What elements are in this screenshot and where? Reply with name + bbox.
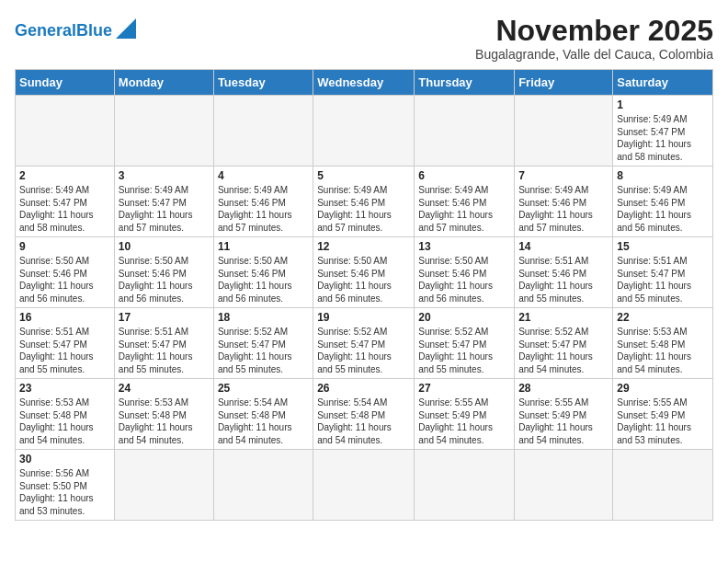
day-number: 22 bbox=[617, 311, 709, 324]
calendar-cell: 3Sunrise: 5:49 AM Sunset: 5:47 PM Daylig… bbox=[114, 167, 213, 237]
calendar-cell: 25Sunrise: 5:54 AM Sunset: 5:48 PM Dayli… bbox=[213, 379, 313, 450]
day-info: Sunrise: 5:49 AM Sunset: 5:46 PM Dayligh… bbox=[617, 184, 709, 234]
day-info: Sunrise: 5:53 AM Sunset: 5:48 PM Dayligh… bbox=[617, 326, 709, 375]
calendar-cell: 1Sunrise: 5:49 AM Sunset: 5:47 PM Daylig… bbox=[613, 96, 713, 167]
calendar-cell bbox=[114, 96, 213, 167]
day-number: 13 bbox=[418, 240, 510, 253]
calendar-cell: 4Sunrise: 5:49 AM Sunset: 5:46 PM Daylig… bbox=[213, 167, 313, 237]
calendar-cell bbox=[515, 96, 613, 167]
day-number: 12 bbox=[317, 240, 410, 253]
day-info: Sunrise: 5:52 AM Sunset: 5:47 PM Dayligh… bbox=[317, 326, 410, 375]
calendar-cell: 5Sunrise: 5:49 AM Sunset: 5:46 PM Daylig… bbox=[313, 167, 415, 237]
day-info: Sunrise: 5:49 AM Sunset: 5:46 PM Dayligh… bbox=[218, 184, 309, 234]
day-number: 23 bbox=[19, 382, 110, 395]
calendar-cell: 14Sunrise: 5:51 AM Sunset: 5:46 PM Dayli… bbox=[515, 237, 613, 308]
calendar-cell bbox=[114, 450, 213, 521]
day-info: Sunrise: 5:49 AM Sunset: 5:47 PM Dayligh… bbox=[19, 184, 110, 234]
calendar-cell bbox=[613, 450, 713, 521]
day-info: Sunrise: 5:50 AM Sunset: 5:46 PM Dayligh… bbox=[418, 255, 510, 304]
day-number: 14 bbox=[518, 240, 609, 253]
calendar-week-row: 23Sunrise: 5:53 AM Sunset: 5:48 PM Dayli… bbox=[16, 379, 713, 450]
weekday-header-friday: Friday bbox=[515, 70, 613, 96]
day-info: Sunrise: 5:54 AM Sunset: 5:48 PM Dayligh… bbox=[317, 396, 410, 446]
calendar-week-row: 9Sunrise: 5:50 AM Sunset: 5:46 PM Daylig… bbox=[16, 237, 713, 308]
calendar-cell: 9Sunrise: 5:50 AM Sunset: 5:46 PM Daylig… bbox=[16, 237, 115, 308]
calendar-table: SundayMondayTuesdayWednesdayThursdayFrid… bbox=[15, 69, 713, 521]
calendar-cell: 19Sunrise: 5:52 AM Sunset: 5:47 PM Dayli… bbox=[313, 308, 415, 379]
day-info: Sunrise: 5:55 AM Sunset: 5:49 PM Dayligh… bbox=[617, 396, 709, 446]
day-number: 4 bbox=[218, 169, 309, 182]
day-info: Sunrise: 5:52 AM Sunset: 5:47 PM Dayligh… bbox=[418, 326, 510, 375]
day-number: 1 bbox=[617, 98, 709, 111]
day-number: 8 bbox=[617, 169, 709, 182]
calendar-cell bbox=[213, 450, 313, 521]
day-info: Sunrise: 5:56 AM Sunset: 5:50 PM Dayligh… bbox=[19, 467, 110, 517]
calendar-cell: 12Sunrise: 5:50 AM Sunset: 5:46 PM Dayli… bbox=[313, 237, 415, 308]
calendar-cell: 20Sunrise: 5:52 AM Sunset: 5:47 PM Dayli… bbox=[415, 308, 515, 379]
day-number: 3 bbox=[119, 169, 210, 182]
day-info: Sunrise: 5:51 AM Sunset: 5:47 PM Dayligh… bbox=[119, 326, 210, 375]
calendar-cell bbox=[515, 450, 613, 521]
day-info: Sunrise: 5:51 AM Sunset: 5:47 PM Dayligh… bbox=[19, 326, 110, 375]
calendar-cell: 23Sunrise: 5:53 AM Sunset: 5:48 PM Dayli… bbox=[16, 379, 115, 450]
day-number: 26 bbox=[317, 382, 410, 395]
calendar-week-row: 1Sunrise: 5:49 AM Sunset: 5:47 PM Daylig… bbox=[16, 96, 713, 167]
calendar-cell: 17Sunrise: 5:51 AM Sunset: 5:47 PM Dayli… bbox=[114, 308, 213, 379]
weekday-header-row: SundayMondayTuesdayWednesdayThursdayFrid… bbox=[16, 70, 713, 96]
day-number: 16 bbox=[19, 311, 110, 324]
weekday-header-sunday: Sunday bbox=[16, 70, 115, 96]
logo-text-blue: Blue bbox=[76, 21, 112, 40]
day-info: Sunrise: 5:53 AM Sunset: 5:48 PM Dayligh… bbox=[119, 396, 210, 446]
day-info: Sunrise: 5:49 AM Sunset: 5:47 PM Dayligh… bbox=[119, 184, 210, 234]
day-info: Sunrise: 5:52 AM Sunset: 5:47 PM Dayligh… bbox=[218, 326, 309, 375]
svg-marker-0 bbox=[116, 18, 136, 39]
calendar-cell: 30Sunrise: 5:56 AM Sunset: 5:50 PM Dayli… bbox=[16, 450, 115, 521]
day-number: 6 bbox=[418, 169, 510, 182]
calendar-cell bbox=[313, 450, 415, 521]
day-info: Sunrise: 5:50 AM Sunset: 5:46 PM Dayligh… bbox=[19, 255, 110, 304]
day-info: Sunrise: 5:49 AM Sunset: 5:46 PM Dayligh… bbox=[418, 184, 510, 234]
day-info: Sunrise: 5:52 AM Sunset: 5:47 PM Dayligh… bbox=[518, 326, 609, 375]
day-number: 29 bbox=[617, 382, 709, 395]
day-info: Sunrise: 5:50 AM Sunset: 5:46 PM Dayligh… bbox=[317, 255, 410, 304]
weekday-header-thursday: Thursday bbox=[415, 70, 515, 96]
day-number: 28 bbox=[518, 382, 609, 395]
day-number: 20 bbox=[418, 311, 510, 324]
calendar-cell: 13Sunrise: 5:50 AM Sunset: 5:46 PM Dayli… bbox=[415, 237, 515, 308]
day-info: Sunrise: 5:54 AM Sunset: 5:48 PM Dayligh… bbox=[218, 396, 309, 446]
calendar-cell: 6Sunrise: 5:49 AM Sunset: 5:46 PM Daylig… bbox=[415, 167, 515, 237]
calendar-cell: 27Sunrise: 5:55 AM Sunset: 5:49 PM Dayli… bbox=[415, 379, 515, 450]
day-info: Sunrise: 5:49 AM Sunset: 5:47 PM Dayligh… bbox=[617, 113, 709, 163]
day-number: 11 bbox=[218, 240, 309, 253]
calendar-cell: 10Sunrise: 5:50 AM Sunset: 5:46 PM Dayli… bbox=[114, 237, 213, 308]
calendar-cell: 7Sunrise: 5:49 AM Sunset: 5:46 PM Daylig… bbox=[515, 167, 613, 237]
calendar-cell: 28Sunrise: 5:55 AM Sunset: 5:49 PM Dayli… bbox=[515, 379, 613, 450]
calendar-week-row: 30Sunrise: 5:56 AM Sunset: 5:50 PM Dayli… bbox=[16, 450, 713, 521]
day-info: Sunrise: 5:51 AM Sunset: 5:46 PM Dayligh… bbox=[518, 255, 609, 304]
day-number: 10 bbox=[119, 240, 210, 253]
calendar-cell: 15Sunrise: 5:51 AM Sunset: 5:47 PM Dayli… bbox=[613, 237, 713, 308]
day-number: 30 bbox=[19, 453, 110, 465]
calendar-cell bbox=[16, 96, 115, 167]
calendar-cell bbox=[313, 96, 415, 167]
day-info: Sunrise: 5:49 AM Sunset: 5:46 PM Dayligh… bbox=[518, 184, 609, 234]
page-header: GeneralBlue November 2025 Bugalagrande, … bbox=[15, 15, 713, 62]
day-number: 15 bbox=[617, 240, 709, 253]
day-number: 17 bbox=[119, 311, 210, 324]
day-info: Sunrise: 5:50 AM Sunset: 5:46 PM Dayligh… bbox=[119, 255, 210, 304]
logo-icon bbox=[116, 18, 136, 39]
day-number: 19 bbox=[317, 311, 410, 324]
calendar-cell: 8Sunrise: 5:49 AM Sunset: 5:46 PM Daylig… bbox=[613, 167, 713, 237]
calendar-cell: 11Sunrise: 5:50 AM Sunset: 5:46 PM Dayli… bbox=[213, 237, 313, 308]
day-number: 25 bbox=[218, 382, 309, 395]
day-info: Sunrise: 5:51 AM Sunset: 5:47 PM Dayligh… bbox=[617, 255, 709, 304]
day-info: Sunrise: 5:53 AM Sunset: 5:48 PM Dayligh… bbox=[19, 396, 110, 446]
weekday-header-wednesday: Wednesday bbox=[313, 70, 415, 96]
day-info: Sunrise: 5:55 AM Sunset: 5:49 PM Dayligh… bbox=[418, 396, 510, 446]
month-title: November 2025 bbox=[475, 15, 713, 47]
subtitle: Bugalagrande, Valle del Cauca, Colombia bbox=[475, 47, 713, 62]
calendar-cell bbox=[213, 96, 313, 167]
day-number: 7 bbox=[518, 169, 609, 182]
day-info: Sunrise: 5:55 AM Sunset: 5:49 PM Dayligh… bbox=[518, 396, 609, 446]
title-block: November 2025 Bugalagrande, Valle del Ca… bbox=[475, 15, 713, 62]
